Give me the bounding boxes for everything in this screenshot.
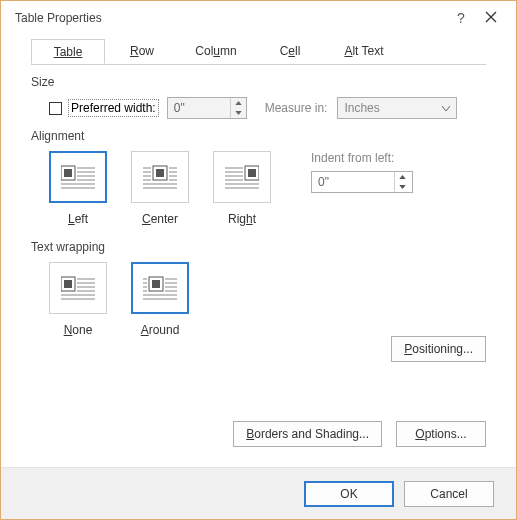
alignment-section-label: Alignment bbox=[31, 129, 486, 143]
positioning-button[interactable]: Positioning... bbox=[391, 336, 486, 362]
cancel-button[interactable]: Cancel bbox=[404, 481, 494, 507]
size-section-label: Size bbox=[31, 75, 486, 89]
align-left-option[interactable]: Left bbox=[49, 151, 107, 226]
help-button[interactable]: ? bbox=[446, 10, 476, 26]
borders-shading-button[interactable]: Borders and Shading... bbox=[233, 421, 382, 447]
spinner-up-icon[interactable] bbox=[231, 98, 246, 108]
tab-column[interactable]: Column bbox=[179, 39, 253, 64]
close-button[interactable] bbox=[476, 11, 506, 26]
indent-from-left-label: Indent from left: bbox=[311, 151, 413, 165]
dialog-title: Table Properties bbox=[15, 11, 446, 25]
preferred-width-checkbox[interactable] bbox=[49, 102, 62, 115]
preferred-width-input[interactable] bbox=[168, 98, 230, 118]
measure-in-label: Measure in: bbox=[265, 101, 328, 115]
align-center-icon bbox=[143, 163, 177, 191]
align-right-icon bbox=[225, 163, 259, 191]
wrapping-section-label: Text wrapping bbox=[31, 240, 486, 254]
svg-rect-37 bbox=[152, 280, 160, 288]
wrap-none-icon bbox=[61, 274, 95, 302]
svg-rect-21 bbox=[248, 169, 256, 177]
svg-rect-9 bbox=[156, 169, 164, 177]
wrap-around-icon bbox=[143, 274, 177, 302]
align-left-icon bbox=[61, 163, 95, 191]
wrap-none-option[interactable]: None bbox=[49, 262, 107, 337]
tab-alt-text[interactable]: Alt Text bbox=[327, 39, 401, 64]
preferred-width-label: Preferred width: bbox=[68, 99, 159, 117]
spinner-down-icon[interactable] bbox=[231, 108, 246, 118]
svg-rect-29 bbox=[64, 280, 72, 288]
measure-in-value: Inches bbox=[344, 101, 379, 115]
ok-button[interactable]: OK bbox=[304, 481, 394, 507]
wrap-around-option[interactable]: Around bbox=[131, 262, 189, 337]
svg-rect-1 bbox=[64, 169, 72, 177]
chevron-down-icon bbox=[442, 106, 450, 111]
indent-spinner[interactable] bbox=[311, 171, 413, 193]
table-properties-dialog: Table Properties ? Table Row Column Cell… bbox=[0, 0, 517, 520]
indent-input[interactable] bbox=[312, 172, 394, 192]
preferred-width-spinner[interactable] bbox=[167, 97, 247, 119]
spinner-up-icon[interactable] bbox=[395, 172, 410, 182]
align-right-option[interactable]: Right bbox=[213, 151, 271, 226]
measure-in-select[interactable]: Inches bbox=[337, 97, 457, 119]
tabstrip: Table Row Column Cell Alt Text bbox=[31, 39, 486, 65]
options-button[interactable]: Options... bbox=[396, 421, 486, 447]
tab-cell[interactable]: Cell bbox=[253, 39, 327, 64]
align-center-option[interactable]: Center bbox=[131, 151, 189, 226]
titlebar: Table Properties ? bbox=[1, 1, 516, 35]
dialog-footer: OK Cancel bbox=[1, 467, 516, 519]
tab-table[interactable]: Table bbox=[31, 39, 105, 64]
spinner-down-icon[interactable] bbox=[395, 182, 410, 192]
tab-row[interactable]: Row bbox=[105, 39, 179, 64]
